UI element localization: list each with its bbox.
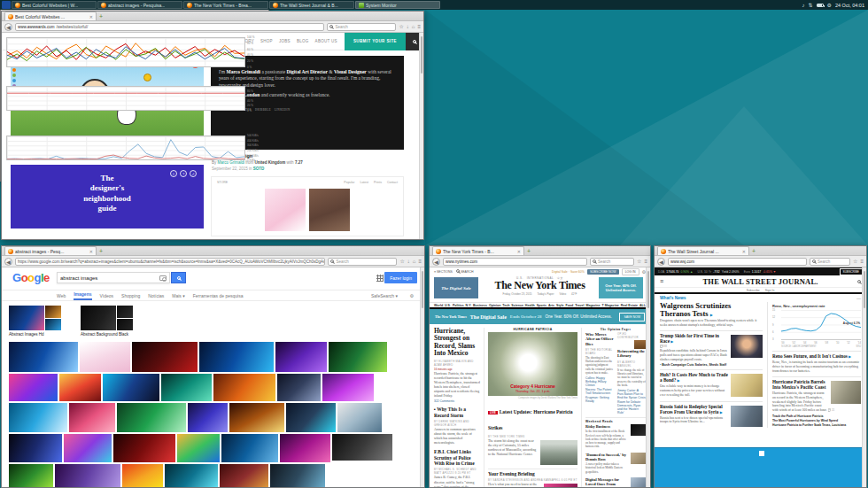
google-logo[interactable]: Google: [12, 271, 50, 284]
product-image-plant[interactable]: [309, 189, 350, 231]
headline-link[interactable]: Digital Messages for Loved Ones From Bey…: [585, 477, 628, 487]
shop-nav-item[interactable]: Popular: [344, 181, 354, 184]
image-thumbnail[interactable]: [45, 319, 61, 331]
tab-imagens[interactable]: Imagens: [74, 291, 91, 300]
tab-close-icon[interactable]: ✕: [89, 249, 93, 254]
browser-search-input[interactable]: Search: [327, 23, 396, 31]
shop-card[interactable]: STORE PopularLatestPrintsContact: [211, 176, 404, 236]
new-tab-button[interactable]: +: [524, 247, 533, 255]
signin-link[interactable]: Sign In: [765, 289, 775, 292]
section-nav-item[interactable]: Real Estate: [621, 304, 638, 307]
digital-sale-link[interactable]: Digital Sale · Save 60%: [552, 270, 585, 274]
image-tile[interactable]: [103, 374, 159, 401]
new-tab-button[interactable]: +: [97, 247, 105, 255]
image-tile[interactable]: [59, 374, 101, 401]
back-button[interactable]: ◀: [657, 258, 665, 266]
headline-link[interactable]: F.B.I. Chief Links Scrutiny of Police Wi…: [434, 449, 480, 466]
collapse-icon[interactable]: —: [856, 296, 861, 301]
section-nav-item[interactable]: Arts: [548, 304, 554, 307]
tab-web[interactable]: Web: [57, 293, 66, 298]
sections-menu[interactable]: ≡ SECTIONS: [434, 270, 453, 274]
hurricane-photo[interactable]: [831, 381, 861, 404]
browser-search-input[interactable]: Search: [590, 258, 634, 266]
fighter-jet-photo[interactable]: [731, 406, 763, 427]
image-tile[interactable]: [9, 374, 58, 401]
image-thumbnail[interactable]: [81, 306, 116, 330]
menu-icon[interactable]: ≡: [418, 259, 422, 264]
headline-link[interactable]: Wise Moves After an Officer Dies: [585, 332, 614, 346]
image-tile[interactable]: [229, 403, 284, 432]
headline-link[interactable]: Your Evening Briefing: [488, 471, 577, 476]
shop-nav-item[interactable]: Latest: [360, 181, 368, 184]
shop-nav-item[interactable]: Contact: [387, 181, 398, 184]
section-nav-item[interactable]: U.S.: [445, 304, 451, 307]
headline-link[interactable]: Risky Business: [585, 424, 628, 429]
volume-icon[interactable]: ♪: [802, 3, 805, 8]
headline-link[interactable]: Hurricane, Strongest on Record, Slams In…: [434, 328, 480, 358]
image-tile[interactable]: [177, 434, 220, 462]
whats-news-link[interactable]: What's News: [660, 296, 686, 300]
image-tile[interactable]: [280, 434, 330, 462]
briefing-photo[interactable]: [544, 484, 577, 487]
browser-search-input[interactable]: Search: [328, 258, 397, 266]
headline-link[interactable]: Walgreens Scrutinizes Theranos Tests ▶: [660, 302, 763, 318]
image-tile[interactable]: [322, 374, 374, 401]
section-nav-item[interactable]: N.Y.: [466, 304, 472, 307]
image-tile[interactable]: [9, 434, 62, 462]
section-nav-item[interactable]: Food: [565, 304, 573, 307]
section-nav-item[interactable]: Travel: [575, 304, 584, 307]
image-tile[interactable]: [113, 434, 175, 462]
section-nav-item[interactable]: Health: [525, 304, 535, 307]
headline-link[interactable]: ▪ Why This Is a Record Storm: [434, 407, 480, 418]
taskbar-window-wsj[interactable]: The Wall Street Journal & B...: [269, 1, 354, 9]
image-tile[interactable]: [161, 374, 212, 401]
scrollbar[interactable]: [646, 267, 650, 487]
advertisement-banner[interactable]: [655, 447, 866, 487]
date-row-item[interactable]: Friday, October 23, 2015: [503, 292, 532, 296]
tab-shopping[interactable]: Shopping: [121, 293, 140, 298]
image-tile[interactable]: [286, 403, 336, 432]
bookmark-star-icon[interactable]: ☆: [637, 259, 641, 264]
browser-tab[interactable]: The New York Times - B... ✕: [432, 246, 524, 255]
app-menu-icon[interactable]: [2, 1, 11, 9]
safesearch-dropdown[interactable]: SafeSearch ▾: [371, 293, 398, 298]
search-icon[interactable]: [857, 280, 861, 283]
image-group-label[interactable]: Abstract Background Black: [81, 332, 133, 337]
ticker-item[interactable]: U.S. 10 Yr-7/32Yield 2.090%: [697, 270, 739, 274]
tab-close-icon[interactable]: ✕: [742, 249, 746, 254]
section-nav-item[interactable]: Magazine: [585, 304, 600, 307]
url-bar[interactable]: https://www.google.com.br/search?q=abstr…: [15, 258, 325, 266]
article-thumbnail[interactable]: [631, 424, 646, 436]
bookmark-star-icon[interactable]: ☆: [399, 24, 403, 29]
headline-link[interactable]: Reno Sees Future, and It Isn't Casinos ▶: [772, 354, 861, 360]
date-row-item[interactable]: Video: [559, 292, 566, 296]
section-nav-item[interactable]: T Magazine: [601, 304, 618, 307]
ticker-item[interactable]: DJIA17646.700.90% ▲: [658, 270, 693, 274]
section-nav-item[interactable]: ALL: [639, 304, 646, 307]
wsj-logo[interactable]: THE WALL STREET JOURNAL.: [663, 277, 857, 286]
bond-certificates-photo[interactable]: [731, 374, 763, 397]
article-thumbnail[interactable]: [631, 477, 646, 487]
home-icon[interactable]: ⌂: [412, 24, 415, 29]
nav-item[interactable]: JOBS: [279, 39, 291, 43]
browser-tab[interactable]: abstract images - Pesq... ✕: [4, 246, 97, 255]
digital-sale-banner[interactable]: The New York Times The Digital Sale Ends…: [430, 309, 650, 324]
headline-link[interactable]: Latest Updates: Hurricane Patricia Strik…: [488, 409, 573, 430]
opinion-link[interactable]: Nocera: The Patent Troll Smokescreen: [585, 388, 614, 395]
subscribe-link[interactable]: Subscribe: [747, 289, 760, 292]
image-group[interactable]: Abstract Images Hd: [9, 306, 61, 337]
new-tab-button[interactable]: +: [749, 247, 758, 255]
image-tile[interactable]: [221, 434, 278, 462]
section-nav-item[interactable]: Opinion: [489, 304, 501, 307]
google-search-box[interactable]: [57, 272, 170, 283]
sotd-tag[interactable]: SOTD: [253, 167, 265, 171]
apps-grid-icon[interactable]: [376, 275, 384, 282]
author-link[interactable]: Marco Grimaldi: [218, 160, 245, 165]
image-tile[interactable]: [132, 342, 198, 372]
menu-icon[interactable]: ≡: [417, 24, 421, 29]
opinion-link[interactable]: Krugman: Getting Ready: [585, 396, 614, 403]
scrollbar[interactable]: [862, 267, 866, 487]
comments-link[interactable]: 322 Comments: [434, 399, 480, 403]
subscribe-button[interactable]: SUBSCRIBE: [840, 268, 863, 275]
nyt-search[interactable]: SEARCH: [456, 269, 474, 274]
